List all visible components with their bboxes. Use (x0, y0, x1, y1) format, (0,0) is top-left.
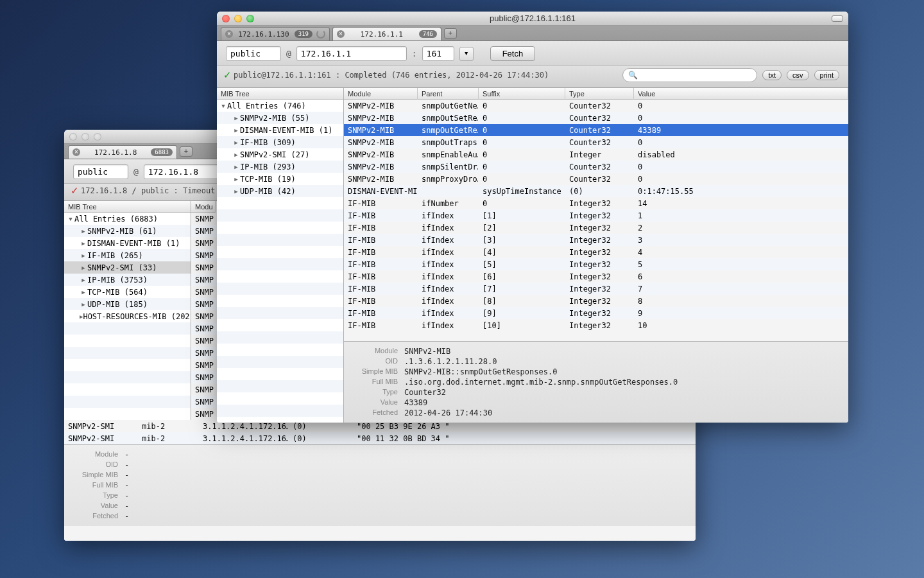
disclosure-icon[interactable]: ▶ (232, 164, 240, 170)
toolbar-toggle-icon[interactable] (832, 15, 843, 22)
tab-label: 172.16.1.8 (84, 148, 147, 157)
export-csv-button[interactable]: csv (787, 70, 809, 80)
port-input[interactable] (422, 46, 454, 61)
statusbar-front: ✓ public@172.16.1.1:161 : Completed (746… (217, 66, 848, 88)
community-input[interactable] (73, 164, 128, 179)
mib-tree[interactable]: ▼All Entries (746)▶SNMPv2-MIB (55)▶DISMA… (217, 100, 343, 423)
close-tab-icon[interactable]: × (225, 30, 233, 38)
search-input[interactable] (640, 71, 751, 80)
fetch-button[interactable]: Fetch (490, 46, 536, 61)
table-row[interactable]: DISMAN-EVENT-MIBsysUpTimeInstance(0)0:1:… (344, 185, 848, 197)
minimize-icon[interactable] (234, 15, 242, 22)
titlebar-front[interactable]: public@172.16.1.1:161 (217, 12, 848, 26)
tree-row[interactable]: ▼All Entries (746) (217, 100, 343, 112)
tab-back-0[interactable]: × 172.16.1.8 6883 (68, 145, 177, 159)
tree-header[interactable]: MIB Tree (64, 201, 191, 213)
disclosure-icon[interactable]: ▶ (80, 252, 87, 259)
tree-row[interactable]: ▶TCP-MIB (564) (64, 286, 191, 298)
add-tab-button[interactable]: + (180, 146, 193, 157)
disclosure-icon[interactable]: ▶ (232, 188, 240, 195)
tab-front-0[interactable]: × 172.16.1.130 319 (221, 27, 330, 40)
disclosure-icon[interactable]: ▶ (80, 289, 87, 295)
tree-row[interactable]: ▶IP-MIB (3753) (64, 274, 191, 286)
disclosure-icon[interactable]: ▶ (80, 265, 87, 271)
disclosure-icon[interactable]: ▶ (80, 240, 87, 247)
tree-row[interactable]: ▶HOST-RESOURCES-MIB (2021 (64, 310, 191, 322)
disclosure-icon[interactable]: ▼ (67, 216, 74, 222)
table-row[interactable]: IF-MIBifIndex[7]Integer327 (344, 283, 848, 295)
close-icon[interactable] (222, 15, 230, 22)
close-tab-icon[interactable]: × (337, 30, 345, 38)
detail-label-value: Value (71, 502, 124, 511)
disclosure-icon[interactable]: ▶ (232, 115, 240, 121)
disclosure-icon[interactable]: ▶ (232, 152, 240, 158)
close-tab-icon[interactable]: × (73, 148, 80, 156)
table-row[interactable]: IF-MIBifIndex[9]Integer329 (344, 307, 848, 319)
table-row[interactable]: SNMPv2-MIBsnmpOutGetNe…0Counter320 (344, 100, 848, 112)
tree-row[interactable]: ▶IP-MIB (293) (217, 161, 343, 173)
disclosure-icon[interactable]: ▼ (219, 103, 227, 109)
cell-par: ifIndex (418, 246, 479, 258)
table-row[interactable]: IF-MIBifIndex[2]Integer322 (344, 222, 848, 234)
table-row[interactable]: IF-MIBifIndex[1]Integer321 (344, 209, 848, 222)
export-txt-button[interactable]: txt (762, 70, 782, 80)
cell-typ: Integer32 (565, 209, 634, 222)
cell-typ: Counter32 (565, 100, 634, 112)
disclosure-icon[interactable]: ▶ (232, 139, 240, 146)
disclosure-icon[interactable]: ▶ (232, 127, 240, 134)
tree-row[interactable]: ▶SNMPv2-SMI (27) (217, 148, 343, 161)
tree-row[interactable]: ▶TCP-MIB (19) (217, 173, 343, 185)
community-input[interactable] (226, 46, 281, 61)
table-row[interactable]: IF-MIBifIndex[6]Integer326 (344, 270, 848, 283)
tree-row[interactable]: ▶SNMPv2-MIB (55) (217, 112, 343, 124)
tab-front-1[interactable]: × 172.16.1.1 746 (332, 27, 441, 40)
search-field[interactable]: 🔍 (622, 68, 757, 82)
zoom-icon[interactable] (246, 15, 254, 22)
table-row[interactable]: SNMPv2-MIBsnmpOutGetRe…0Counter3243389 (344, 124, 848, 136)
table-row[interactable]: SNMPv2-SMImib-23.1.1.2.4.1.172.16…(0)"00… (64, 432, 696, 444)
tree-row[interactable]: ▶IF-MIB (265) (64, 249, 191, 261)
print-button[interactable]: print (814, 70, 839, 80)
disclosure-icon[interactable]: ▶ (80, 277, 87, 283)
table-row[interactable]: IF-MIBifIndex[5]Integer325 (344, 258, 848, 270)
disclosure-icon[interactable]: ▶ (80, 301, 87, 308)
table-row[interactable]: SNMPv2-MIBsnmpProxyDro…0Counter320 (344, 173, 848, 185)
tree-row[interactable]: ▼All Entries (6883) (64, 213, 191, 225)
table-body-lower[interactable]: SNMPv2-SMImib-23.1.1.2.4.1.172.16…(0)"00… (64, 420, 696, 444)
table-row[interactable]: SNMPv2-MIBsnmpOutSetRe…0Counter320 (344, 112, 848, 124)
tree-row[interactable]: ▶SNMPv2-SMI (33) (64, 261, 191, 274)
col-value[interactable]: Value (634, 88, 848, 100)
table-row[interactable]: IF-MIBifIndex[4]Integer324 (344, 246, 848, 258)
col-module[interactable]: Module (344, 88, 418, 100)
minimize-icon[interactable] (81, 133, 89, 141)
tree-row[interactable]: ▶DISMAN-EVENT-MIB (1) (217, 124, 343, 136)
table-body[interactable]: SNMPv2-MIBsnmpOutGetNe…0Counter320SNMPv2… (344, 100, 848, 341)
disclosure-icon[interactable]: ▶ (80, 228, 87, 234)
close-icon[interactable] (69, 133, 77, 141)
tree-row[interactable]: ▶UDP-MIB (42) (217, 185, 343, 197)
detail-type: Counter32 (404, 388, 446, 397)
table-row[interactable]: SNMPv2-MIBsnmpSilentDr…0Counter320 (344, 161, 848, 173)
table-row[interactable]: IF-MIBifIndex[8]Integer328 (344, 295, 848, 307)
table-row[interactable]: SNMPv2-MIBsnmpEnableAu…0Integerdisabled (344, 148, 848, 161)
tree-header[interactable]: MIB Tree (217, 88, 343, 100)
disclosure-icon[interactable]: ▶ (232, 176, 240, 182)
tree-row[interactable]: ▶UDP-MIB (185) (64, 298, 191, 310)
table-row[interactable]: IF-MIBifIndex[10]Integer3210 (344, 319, 848, 331)
col-suffix[interactable]: Suffix (479, 88, 565, 100)
port-dropdown[interactable]: ▾ (459, 47, 474, 61)
table-row[interactable]: SNMPv2-MIBsnmpOutTraps0Counter320 (344, 136, 848, 148)
tree-row[interactable]: ▶SNMPv2-MIB (61) (64, 225, 191, 237)
col-module[interactable]: Modu (191, 201, 216, 213)
zoom-icon[interactable] (94, 133, 101, 141)
status-ok-icon: ✓ (223, 69, 232, 81)
table-row[interactable]: IF-MIBifIndex[3]Integer323 (344, 234, 848, 246)
col-type[interactable]: Type (565, 88, 634, 100)
add-tab-button[interactable]: + (444, 28, 457, 39)
tree-row[interactable]: ▶DISMAN-EVENT-MIB (1) (64, 237, 191, 249)
host-input[interactable] (296, 46, 407, 61)
tree-label: IF-MIB (265) (87, 251, 143, 260)
col-parent[interactable]: Parent (418, 88, 479, 100)
tree-row[interactable]: ▶IF-MIB (309) (217, 136, 343, 148)
table-row[interactable]: IF-MIBifNumber0Integer3214 (344, 197, 848, 209)
